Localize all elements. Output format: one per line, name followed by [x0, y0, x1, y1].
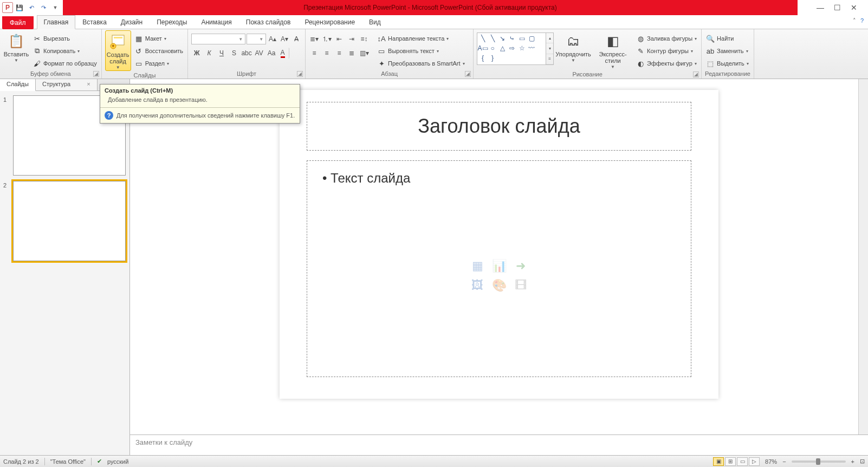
font-color-icon[interactable]: A — [278, 48, 289, 59]
insert-media-icon[interactable]: 🎞 — [512, 277, 529, 294]
shadow-icon[interactable]: abc — [241, 48, 252, 59]
insert-table-icon[interactable]: ▦ — [469, 258, 486, 274]
canvas-scroll[interactable]: Заголовок слайда Текст слайда ▦ 📊 ➜ 🖼 🎨 … — [130, 79, 868, 434]
font-size-combo[interactable]: ▼ — [247, 34, 266, 44]
redo-icon[interactable]: ↷ — [38, 2, 49, 13]
sorter-view-icon[interactable]: ⊞ — [725, 457, 736, 466]
new-slide-button[interactable]: ✦ Создать слайд ▼ — [105, 30, 131, 71]
shape-outline-button[interactable]: ✎Контур фигуры — [635, 45, 698, 57]
tab-file[interactable]: Файл — [2, 16, 34, 29]
line-spacing-icon[interactable]: ≡↕ — [359, 34, 370, 44]
shape-arrow-icon[interactable]: ↘ — [498, 34, 507, 43]
shape-triangle-icon[interactable]: △ — [498, 44, 507, 53]
shape-arrow-block-icon[interactable]: ⇨ — [508, 44, 516, 53]
insert-clipart-icon[interactable]: 🎨 — [490, 277, 508, 294]
dialog-launcher-icon[interactable]: ◢ — [93, 71, 99, 77]
copy-button[interactable]: ⧉Копировать — [31, 45, 98, 57]
shape-effects-button[interactable]: ◐Эффекты фигур — [635, 57, 698, 69]
tab-insert[interactable]: Вставка — [75, 15, 114, 29]
format-painter-button[interactable]: 🖌Формат по образцу — [31, 57, 98, 69]
tab-review[interactable]: Рецензирование — [297, 15, 362, 29]
thumbnail[interactable] — [13, 181, 126, 261]
tab-home[interactable]: Главная — [37, 15, 76, 29]
text-direction-button[interactable]: ↕AНаправление текста — [376, 33, 465, 44]
reading-view-icon[interactable]: ▭ — [737, 457, 748, 466]
justify-icon[interactable]: ≣ — [346, 48, 357, 59]
zoom-level[interactable]: 87% — [765, 458, 777, 465]
content-placeholder[interactable]: Текст слайда ▦ 📊 ➜ 🖼 🎨 🎞 — [307, 160, 691, 377]
align-left-icon[interactable]: ≡ — [309, 48, 320, 59]
convert-smartart-button[interactable]: ✦Преобразовать в SmartArt — [376, 57, 465, 69]
tab-animations[interactable]: Анимация — [194, 15, 238, 29]
insert-picture-icon[interactable]: 🖼 — [469, 277, 486, 294]
tab-view[interactable]: Вид — [362, 15, 388, 29]
fit-to-window-icon[interactable]: ⊡ — [860, 458, 865, 465]
thumbnail-row[interactable]: 2 — [3, 181, 126, 261]
zoom-in-icon[interactable]: + — [851, 458, 854, 465]
close-icon[interactable]: × — [87, 81, 90, 87]
tab-slideshow[interactable]: Показ слайдов — [239, 15, 298, 29]
status-language[interactable]: русский — [107, 458, 128, 465]
shape-brace-icon[interactable]: } — [488, 54, 497, 62]
gallery-scroll[interactable]: ▴▾≡ — [546, 33, 554, 65]
maximize-button[interactable]: ☐ — [834, 3, 841, 12]
tab-design[interactable]: Дизайн — [114, 15, 150, 29]
close-button[interactable]: ✕ — [851, 3, 857, 12]
select-button[interactable]: ⬚Выделить — [705, 57, 750, 69]
numbering-icon[interactable]: ⒈▾ — [321, 34, 332, 44]
decrease-indent-icon[interactable]: ⇤ — [334, 34, 345, 44]
tab-outline[interactable]: Структура× — [36, 79, 98, 90]
shape-line-icon[interactable]: ╲ — [478, 34, 487, 43]
shape-oval-icon[interactable]: ○ — [488, 44, 497, 53]
help-icon[interactable]: ? — [860, 17, 864, 24]
shape-star-icon[interactable]: ☆ — [517, 44, 526, 53]
reset-button[interactable]: ↺Восстановить — [133, 45, 184, 57]
title-placeholder[interactable]: Заголовок слайда — [307, 102, 691, 151]
arrange-button[interactable]: 🗂 Упорядочить ▼ — [556, 30, 591, 63]
zoom-out-icon[interactable]: − — [782, 458, 786, 465]
find-button[interactable]: 🔍Найти — [705, 33, 750, 44]
shape-line-icon[interactable]: ╲ — [488, 34, 497, 43]
quick-styles-button[interactable]: ◧ Экспресс-стили ▼ — [593, 30, 633, 70]
layout-button[interactable]: ▦Макет — [133, 33, 184, 44]
undo-icon[interactable]: ↶ — [26, 2, 37, 13]
normal-view-icon[interactable]: ▣ — [713, 457, 724, 466]
shape-rect-icon[interactable]: ▢ — [527, 34, 536, 43]
slide[interactable]: Заголовок слайда Текст слайда ▦ 📊 ➜ 🖼 🎨 … — [280, 90, 718, 399]
underline-icon[interactable]: Ч — [216, 48, 227, 59]
shape-fill-button[interactable]: ◍Заливка фигуры — [635, 33, 698, 44]
shape-brace-icon[interactable]: { — [478, 54, 487, 62]
paste-button[interactable]: 📋 Вставить ▼ — [3, 30, 29, 63]
bullets-icon[interactable]: ≣▾ — [309, 34, 320, 44]
dialog-launcher-icon[interactable]: ◢ — [297, 71, 303, 77]
notes-pane[interactable]: Заметки к слайду — [130, 434, 868, 455]
insert-chart-icon[interactable]: 📊 — [490, 258, 508, 274]
replace-button[interactable]: abЗаменить — [705, 45, 750, 57]
align-right-icon[interactable]: ≡ — [334, 48, 345, 59]
dialog-launcher-icon[interactable]: ◢ — [465, 71, 471, 77]
shape-connector-icon[interactable]: ⤷ — [508, 34, 516, 43]
qat-dropdown-icon[interactable]: ▼ — [50, 2, 61, 13]
tab-transitions[interactable]: Переходы — [150, 15, 194, 29]
tab-slides[interactable]: Слайды — [0, 79, 36, 91]
font-family-combo[interactable]: ▼ — [191, 34, 245, 44]
strikethrough-icon[interactable]: S — [229, 48, 239, 59]
italic-icon[interactable]: К — [204, 48, 215, 59]
save-icon[interactable]: 💾 — [14, 2, 25, 13]
columns-icon[interactable]: ▥▾ — [359, 48, 370, 59]
spellcheck-icon[interactable]: ✔ — [97, 458, 102, 465]
change-case-icon[interactable]: Aa — [266, 48, 277, 59]
shape-rect-icon[interactable]: ▭ — [517, 34, 526, 43]
section-button[interactable]: ▭Раздел — [133, 57, 184, 69]
dialog-launcher-icon[interactable]: ◢ — [693, 72, 699, 77]
zoom-slider[interactable] — [792, 460, 846, 463]
bold-icon[interactable]: Ж — [191, 48, 202, 59]
align-center-icon[interactable]: ≡ — [321, 48, 332, 59]
cut-button[interactable]: ✂Вырезать — [31, 33, 98, 44]
vertical-scrollbar[interactable] — [858, 79, 868, 434]
shape-curve-icon[interactable]: 〰 — [527, 44, 536, 53]
increase-indent-icon[interactable]: ⇥ — [346, 34, 357, 44]
shape-textbox-icon[interactable]: A▭ — [478, 44, 487, 53]
ribbon-minimize-icon[interactable]: ˄ — [853, 17, 856, 24]
align-text-button[interactable]: ▭Выровнять текст — [376, 45, 465, 57]
